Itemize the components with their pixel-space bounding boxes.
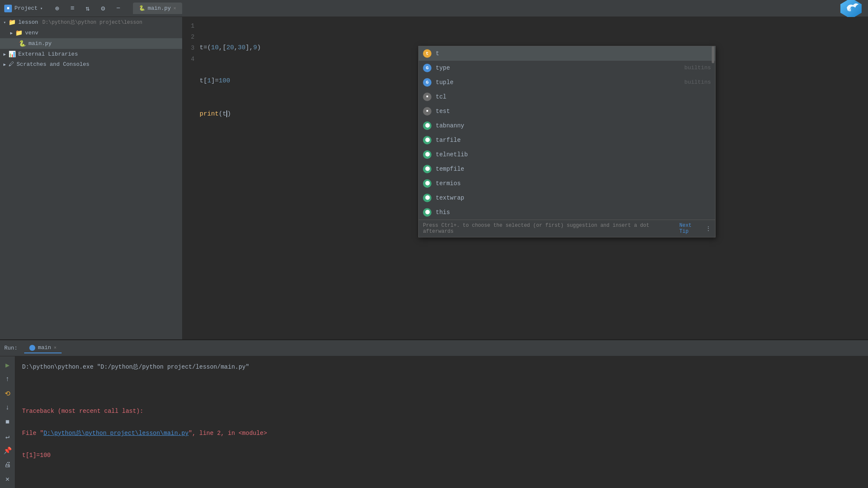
autocomplete-item-this[interactable]: ⬤ this bbox=[419, 205, 715, 220]
filter-button[interactable]: ⇅ bbox=[82, 3, 94, 14]
ac-name-tcl: tcl bbox=[436, 91, 711, 102]
ac-name-this: this bbox=[436, 207, 711, 218]
scratch-icon: 🖊 bbox=[8, 61, 14, 68]
minimize-button[interactable]: − bbox=[113, 3, 124, 14]
sidebar-item-label: Scratches and Consoles bbox=[17, 61, 90, 68]
python-icon bbox=[29, 345, 35, 351]
scroll-down-button[interactable]: ↓ bbox=[2, 403, 14, 414]
code-editor[interactable]: 1 2 3 4 t=(10,[20,30],9) t[1]=100 print(… bbox=[183, 17, 868, 339]
autocomplete-item-textwrap[interactable]: ⬤ textwrap bbox=[419, 191, 715, 205]
editor-area: ▾ 📁 lesson D:\python总\python project\les… bbox=[0, 17, 868, 339]
scroll-up-button[interactable]: ↑ bbox=[2, 374, 14, 385]
autocomplete-item-type[interactable]: G type builtins bbox=[419, 61, 715, 75]
run-tab-close-button[interactable]: × bbox=[54, 345, 56, 350]
autocomplete-dropdown: t t G type builtins G tuple builtins ▪ bbox=[418, 46, 716, 237]
run-content: ▶ ↑ ⟲ ↓ ■ ↵ 📌 🖨 ✕ D:\python\python.exe "… bbox=[0, 356, 868, 488]
line-num-1: 1 bbox=[183, 20, 194, 31]
ac-icon-tcl: ▪ bbox=[423, 93, 431, 101]
autocomplete-scrollbar[interactable] bbox=[712, 46, 714, 63]
autocomplete-item-tuple[interactable]: G tuple builtins bbox=[419, 75, 715, 90]
ac-name-textwrap: textwrap bbox=[436, 192, 711, 203]
ac-name-tuple: tuple bbox=[436, 77, 680, 88]
autocomplete-item-telnetlib[interactable]: ⬤ telnetlib bbox=[419, 147, 715, 162]
line-num-2: 2 bbox=[183, 31, 194, 42]
autocomplete-item-tempfile[interactable]: ⬤ tempfile bbox=[419, 162, 715, 176]
sidebar-item-main-py[interactable]: 🐍 main.py bbox=[0, 38, 182, 49]
run-panel: Run: main × ▶ ↑ ⟲ ↓ ■ ↵ 📌 🖨 ✕ D:\p bbox=[0, 339, 868, 488]
sidebar-item-label: lesson bbox=[18, 19, 38, 25]
ac-icon-this: ⬤ bbox=[423, 208, 431, 217]
ac-name-tabnanny: tabnanny bbox=[436, 120, 711, 131]
tab-close-button[interactable]: × bbox=[173, 6, 176, 11]
collapse-button[interactable]: ≡ bbox=[67, 3, 79, 14]
project-icon: ■ bbox=[4, 5, 12, 12]
ac-icon-textwrap: ⬤ bbox=[423, 194, 431, 202]
sidebar-item-path: D:\python总\python project\lesson bbox=[42, 19, 142, 26]
line-numbers: 1 2 3 4 bbox=[183, 20, 200, 164]
autocomplete-hint: Press Ctrl+. to choose the selected (or … bbox=[419, 220, 715, 237]
sidebar-item-venv[interactable]: ▶ 📁 venv bbox=[0, 28, 182, 38]
ac-icon-test: ▪ bbox=[423, 107, 431, 116]
stop-button[interactable]: ■ bbox=[2, 417, 14, 428]
run-label: Run: bbox=[4, 345, 17, 351]
terminal-line-traceback: Traceback (most recent call last): bbox=[22, 406, 861, 417]
run-tab-label: main bbox=[38, 344, 51, 351]
ac-name-tarfile: tarfile bbox=[436, 135, 711, 146]
project-label: Project bbox=[14, 5, 38, 11]
add-file-button[interactable]: ⊕ bbox=[51, 3, 63, 14]
hint-more-button[interactable]: ⋮ bbox=[706, 226, 711, 232]
terminal-line-1: D:\python\python.exe "D:/python总/python … bbox=[22, 361, 861, 372]
tab-file-icon: 🐍 bbox=[139, 5, 145, 11]
ac-source-type: builtins bbox=[685, 62, 711, 73]
pin-button[interactable]: 📌 bbox=[2, 445, 14, 456]
project-selector[interactable]: ■ Project ▾ bbox=[4, 5, 43, 12]
sidebar-item-scratches[interactable]: ▶ 🖊 Scratches and Consoles bbox=[0, 59, 182, 69]
chevron-right-icon: ▶ bbox=[3, 62, 6, 67]
terminal-line-code: t[1]=100 bbox=[22, 450, 861, 461]
autocomplete-item-test[interactable]: ▪ test bbox=[419, 104, 715, 118]
print-button[interactable]: 🖨 bbox=[2, 460, 14, 471]
ac-icon-type: G bbox=[423, 64, 431, 72]
folder-icon: 📁 bbox=[8, 19, 16, 26]
soft-wrap-button[interactable]: ↵ bbox=[2, 431, 14, 442]
run-toolbar: ▶ ↑ ⟲ ↓ ■ ↵ 📌 🖨 ✕ bbox=[0, 356, 15, 488]
ac-icon-tarfile: ⬤ bbox=[423, 136, 431, 144]
sidebar-item-label: venv bbox=[25, 30, 38, 36]
autocomplete-item-termios[interactable]: ⬤ termios bbox=[419, 176, 715, 191]
sidebar-item-label: External Libraries bbox=[18, 51, 78, 57]
ac-name-termios: termios bbox=[436, 178, 711, 189]
settings-button[interactable]: ⚙ bbox=[97, 3, 109, 14]
autocomplete-item-tcl[interactable]: ▪ tcl bbox=[419, 90, 715, 104]
titlebar: ■ Project ▾ ⊕ ≡ ⇅ ⚙ − 🐍 main.py × bbox=[0, 0, 868, 17]
project-dropdown-icon: ▾ bbox=[40, 6, 43, 11]
terminal-line-blank1 bbox=[22, 384, 861, 395]
sidebar-item-external-libraries[interactable]: ▶ 📊 External Libraries bbox=[0, 49, 182, 59]
run-button[interactable]: ▶ bbox=[2, 360, 14, 371]
svg-marker-0 bbox=[840, 0, 862, 19]
ac-name-tempfile: tempfile bbox=[436, 164, 711, 175]
terminal-line-blank2 bbox=[22, 472, 861, 483]
python-file-icon: 🐍 bbox=[19, 40, 26, 47]
next-tip-link[interactable]: Next Tip bbox=[679, 223, 703, 234]
rerun-button[interactable]: ⟲ bbox=[2, 388, 14, 399]
file-link[interactable]: D:\python总\python project\lesson\main.py bbox=[43, 430, 189, 437]
run-tabs: Run: main × bbox=[0, 340, 868, 356]
folder-icon: 📁 bbox=[15, 29, 23, 37]
ac-name-t: t bbox=[436, 48, 711, 59]
ac-icon-t: t bbox=[423, 49, 431, 58]
run-tab-main[interactable]: main × bbox=[24, 343, 62, 353]
ac-name-telnetlib: telnetlib bbox=[436, 149, 711, 160]
titlebar-actions: ⊕ ≡ ⇅ ⚙ − bbox=[51, 3, 124, 14]
tab-label: main.py bbox=[148, 5, 171, 11]
ac-name-type: type bbox=[436, 62, 680, 73]
chevron-down-icon: ▾ bbox=[3, 20, 6, 25]
terminal-output: D:\python\python.exe "D:/python总/python … bbox=[15, 356, 868, 488]
line-num-3: 3 bbox=[183, 42, 194, 54]
autocomplete-item-t[interactable]: t t bbox=[419, 46, 715, 61]
autocomplete-item-tabnanny[interactable]: ⬤ tabnanny bbox=[419, 118, 715, 133]
ac-icon-tempfile: ⬤ bbox=[423, 165, 431, 173]
autocomplete-item-tarfile[interactable]: ⬤ tarfile bbox=[419, 133, 715, 147]
sidebar-item-lesson[interactable]: ▾ 📁 lesson D:\python总\python project\les… bbox=[0, 17, 182, 28]
tab-main-py[interactable]: 🐍 main.py × bbox=[133, 3, 182, 14]
close-run-button[interactable]: ✕ bbox=[2, 474, 14, 485]
